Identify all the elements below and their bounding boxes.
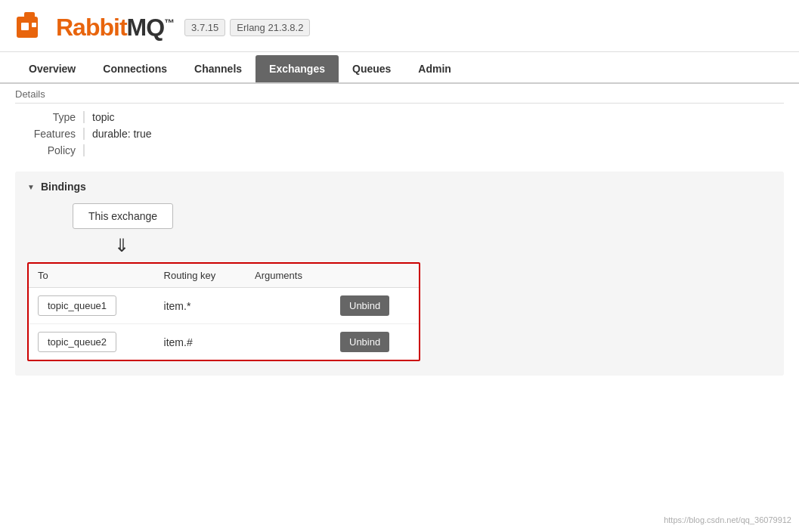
details-value-type: topic xyxy=(83,111,115,123)
main-content: Details Type topic Features durable: tru… xyxy=(0,84,799,391)
bindings-table: To Routing key Arguments topic_queue1 it… xyxy=(29,264,419,360)
table-row: topic_queue2 item.# Unbind xyxy=(29,324,419,360)
svg-rect-3 xyxy=(32,23,36,27)
header: RabbitMQ™ 3.7.15 Erlang 21.3.8.2 xyxy=(0,0,799,52)
footer-watermark: https://blog.csdn.net/qq_36079912 xyxy=(664,515,791,524)
binding-arrow: ⇓ xyxy=(27,235,772,256)
col-routing-key: Routing key xyxy=(155,264,246,288)
details-row-features: Features durable: true xyxy=(15,128,784,140)
exchange-button-container: This exchange xyxy=(27,203,772,229)
arguments-cell-2 xyxy=(246,324,331,360)
details-label-features: Features xyxy=(15,128,83,140)
main-nav: Overview Connections Channels Exchanges … xyxy=(0,55,799,84)
arguments-cell-1 xyxy=(246,288,331,324)
action-cell-1: Unbind xyxy=(331,288,419,324)
col-to: To xyxy=(29,264,155,288)
action-cell-2: Unbind xyxy=(331,324,419,360)
details-label-policy: Policy xyxy=(15,144,83,156)
col-action xyxy=(331,264,419,288)
details-row-policy: Policy xyxy=(15,144,784,156)
version-badge: 3.7.15 xyxy=(184,19,225,36)
nav-queues[interactable]: Queues xyxy=(339,55,404,82)
col-arguments: Arguments xyxy=(246,264,331,288)
nav-overview[interactable]: Overview xyxy=(15,55,89,82)
details-value-features: durable: true xyxy=(83,128,152,140)
routing-key-cell-2: item.# xyxy=(155,324,246,360)
routing-key-cell-1: item.* xyxy=(155,288,246,324)
queue-cell-2: topic_queue2 xyxy=(29,324,155,360)
table-row: topic_queue1 item.* Unbind xyxy=(29,288,419,324)
collapse-icon[interactable]: ▼ xyxy=(27,183,35,191)
nav-connections[interactable]: Connections xyxy=(89,55,181,82)
bindings-section-label: Bindings xyxy=(41,181,86,193)
nav-exchanges[interactable]: Exchanges xyxy=(255,55,339,82)
logo-container: RabbitMQ™ xyxy=(15,11,174,44)
bindings-section: ▼ Bindings This exchange ⇓ To Routing ke… xyxy=(15,172,784,376)
queue-button-1[interactable]: topic_queue1 xyxy=(38,295,116,316)
details-table: Type topic Features durable: true Policy xyxy=(15,111,784,156)
nav-channels[interactable]: Channels xyxy=(181,55,255,82)
rabbitmq-logo-icon xyxy=(15,11,48,44)
svg-rect-1 xyxy=(24,12,35,23)
nav-admin[interactable]: Admin xyxy=(404,55,465,82)
details-label-type: Type xyxy=(15,111,83,123)
bindings-table-wrapper: To Routing key Arguments topic_queue1 it… xyxy=(27,262,420,361)
bindings-table-header-row: To Routing key Arguments xyxy=(29,264,419,288)
queue-button-2[interactable]: topic_queue2 xyxy=(38,332,116,352)
logo-text: RabbitMQ™ xyxy=(56,14,174,42)
erlang-badge: Erlang 21.3.8.2 xyxy=(230,19,310,36)
unbind-button-1[interactable]: Unbind xyxy=(340,295,389,316)
this-exchange-button[interactable]: This exchange xyxy=(73,203,173,229)
bindings-header: ▼ Bindings xyxy=(27,181,772,193)
svg-rect-2 xyxy=(21,23,29,30)
queue-cell-1: topic_queue1 xyxy=(29,288,155,324)
details-section-label: Details xyxy=(15,84,784,104)
unbind-button-2[interactable]: Unbind xyxy=(340,332,389,352)
details-row-type: Type topic xyxy=(15,111,784,123)
details-value-policy xyxy=(83,144,92,156)
